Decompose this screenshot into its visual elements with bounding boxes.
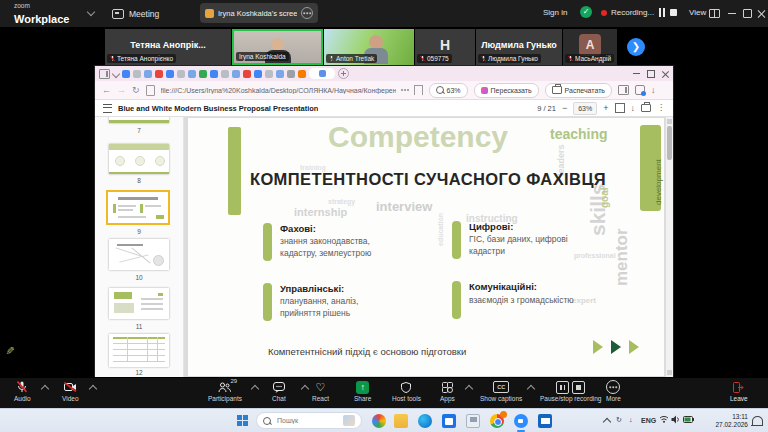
tab-favicon[interactable]	[287, 70, 295, 78]
annotation-pencil-icon[interactable]: ✎	[3, 346, 16, 355]
audio-button[interactable]: Audio	[14, 381, 31, 402]
apps-options-chevron-icon[interactable]	[465, 385, 473, 393]
participant-tile[interactable]: Людмила Гунько Людмила Гунько	[476, 29, 562, 65]
workplace-dropdown-icon[interactable]	[87, 8, 95, 16]
participant-tile[interactable]: А МасьАндрій	[563, 29, 617, 65]
tab-panel-icon[interactable]	[99, 69, 110, 79]
participants-options-chevron-icon[interactable]	[251, 385, 259, 393]
audio-options-chevron-icon[interactable]	[41, 385, 49, 393]
tab-favicon[interactable]	[133, 70, 141, 78]
leave-button[interactable]: Leave	[730, 381, 748, 402]
tab-list-chevron-icon[interactable]	[112, 69, 120, 77]
next-participants-page-button[interactable]: ❯	[627, 38, 645, 56]
video-button[interactable]: Video	[62, 381, 79, 402]
battery-icon[interactable]	[683, 416, 694, 424]
shared-screen-options-icon[interactable]	[301, 7, 313, 19]
tab-favicon[interactable]	[254, 70, 262, 78]
start-button[interactable]	[237, 415, 248, 426]
tab-favicon[interactable]	[199, 70, 207, 78]
thumbnail-page-8[interactable]	[109, 144, 169, 174]
tab-favicon[interactable]	[232, 70, 240, 78]
apps-button[interactable]: Apps	[440, 381, 455, 402]
more-button[interactable]: More	[606, 381, 621, 402]
tab-favicon[interactable]	[221, 70, 229, 78]
tab-favicon[interactable]	[122, 70, 130, 78]
wifi-icon[interactable]	[659, 415, 669, 424]
url-text[interactable]: file:///C:/Users/Iryna%20Koshkalda/Deskt…	[161, 87, 396, 94]
security-shield-icon[interactable]: ✓	[580, 6, 592, 18]
tab-shared-screen[interactable]: Iryna Koshkalda's screen	[200, 3, 318, 23]
forward-icon[interactable]: →	[117, 86, 126, 95]
taskbar-clock[interactable]: 13:11 27.02.2026	[700, 413, 748, 429]
pdf-scrollbar[interactable]	[666, 117, 673, 377]
tab-favicon[interactable]	[188, 70, 196, 78]
stop-recording-icon[interactable]	[572, 381, 585, 394]
browser-restore-icon[interactable]	[647, 70, 655, 78]
scrollbar-thumb[interactable]	[667, 126, 672, 160]
tab-favicon[interactable]	[155, 70, 163, 78]
captions-options-chevron-icon[interactable]	[527, 385, 535, 393]
pdf-print-icon[interactable]	[641, 104, 651, 112]
thumbnail-page-12[interactable]	[109, 334, 169, 367]
url-overflow-icon[interactable]	[404, 89, 406, 91]
maximize-button[interactable]	[743, 9, 752, 18]
downloads-icon[interactable]: ↓	[651, 86, 656, 95]
search-highlight-image[interactable]	[343, 415, 355, 426]
bookmark-icon[interactable]	[414, 85, 423, 95]
close-button[interactable]	[757, 9, 765, 17]
participant-tile[interactable]: H 059775	[415, 29, 475, 65]
tray-sync-icon[interactable]: ↻	[616, 416, 622, 424]
show-captions-button[interactable]: CC Show captions	[480, 381, 522, 402]
active-browser-tab[interactable]	[309, 68, 335, 79]
scroll-up-icon[interactable]	[667, 119, 672, 124]
pause-recording-icon[interactable]	[658, 8, 665, 17]
tab-favicon[interactable]	[166, 70, 174, 78]
chat-options-chevron-icon[interactable]	[301, 385, 309, 393]
chrome-icon[interactable]	[490, 414, 504, 428]
host-tools-button[interactable]: Host tools	[392, 381, 421, 402]
pdf-more-icon[interactable]: ⋮	[657, 104, 665, 112]
participants-button[interactable]: 29 Participants	[208, 381, 242, 402]
tab-favicon[interactable]	[298, 70, 306, 78]
tab-favicon[interactable]	[177, 70, 185, 78]
participant-tile-active-speaker[interactable]: Iryna Koshkalda	[232, 29, 323, 65]
pause-recording-icon[interactable]	[556, 381, 569, 394]
thumbnail-page-11[interactable]	[109, 288, 169, 319]
tray-download-icon[interactable]: ↓	[629, 416, 633, 423]
pdf-zoom-level[interactable]: 63%	[573, 102, 597, 115]
back-icon[interactable]: ←	[102, 86, 111, 95]
edge-icon[interactable]	[418, 414, 432, 428]
tab-favicon[interactable]	[144, 70, 152, 78]
chat-button[interactable]: Chat	[272, 381, 286, 402]
scroll-down-icon[interactable]	[667, 370, 672, 375]
speaker-icon[interactable]	[671, 415, 680, 425]
tray-expand-chevron-icon[interactable]	[603, 418, 611, 426]
file-explorer-icon[interactable]	[394, 414, 408, 428]
thumbnail-page-10[interactable]	[109, 239, 169, 270]
store-icon[interactable]	[442, 414, 456, 428]
taskbar-app-browser-icon[interactable]	[372, 414, 386, 428]
language-indicator[interactable]: ENG	[641, 417, 656, 424]
browser-close-icon[interactable]	[662, 70, 669, 77]
save-app-icon[interactable]	[466, 414, 480, 428]
minimize-button[interactable]	[728, 13, 736, 14]
browser-minimize-icon[interactable]	[633, 73, 640, 74]
react-button[interactable]: ♡ React	[312, 381, 329, 402]
sign-in-link[interactable]: Sign in	[543, 8, 567, 17]
search-input[interactable]	[275, 416, 337, 425]
tab-meeting[interactable]: Meeting	[106, 5, 165, 22]
pdf-fit-page-icon[interactable]	[615, 103, 625, 113]
participant-tile[interactable]: Anton Tretiak	[324, 29, 414, 65]
pdf-zoom-in-icon[interactable]: +	[603, 104, 608, 113]
view-icon[interactable]	[709, 9, 720, 18]
new-tab-button[interactable]	[338, 68, 349, 79]
page-zoom-pill[interactable]: 63%	[429, 83, 468, 98]
retell-button[interactable]: Пересказать	[474, 83, 539, 98]
tab-favicon[interactable]	[210, 70, 218, 78]
participant-tile[interactable]: Тетяна Анопрік... Тетяна Анопрієнко	[105, 29, 231, 65]
notifications-bell-icon[interactable]	[752, 416, 763, 426]
mail-app-icon[interactable]	[538, 414, 552, 428]
sidebar-panels-icon[interactable]	[618, 85, 629, 95]
view-menu-label[interactable]: View	[689, 8, 706, 17]
pdf-page-indicator[interactable]: 9 / 21	[537, 104, 556, 113]
